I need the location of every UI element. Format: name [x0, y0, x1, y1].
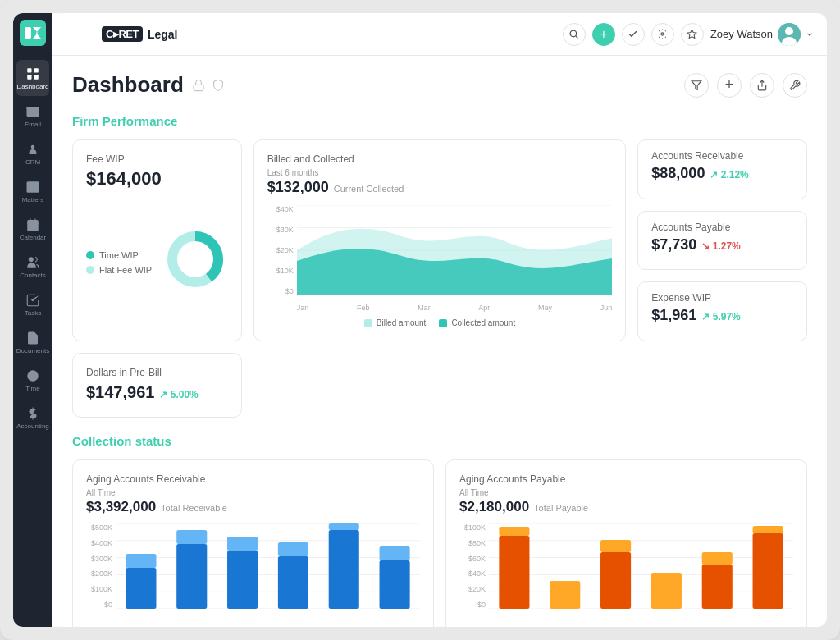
collected-legend-dot	[439, 319, 447, 327]
svg-rect-57	[499, 536, 529, 609]
time-wip-dot	[86, 251, 94, 259]
fee-wip-card: Fee WIP $164,000 Time WIP Flat Fee	[72, 139, 242, 341]
sidebar-item-contacts-label: Contacts	[20, 272, 46, 279]
svg-point-21	[785, 27, 793, 35]
svg-rect-62	[651, 573, 682, 609]
check-button[interactable]	[622, 23, 645, 46]
aging-payable-card: Aging Accounts Payable All Time $2,180,0…	[445, 459, 807, 627]
star-button[interactable]	[681, 23, 704, 46]
svg-rect-6	[27, 181, 39, 193]
filter-button[interactable]	[684, 73, 709, 98]
svg-rect-44	[227, 537, 258, 551]
svg-rect-50	[380, 546, 410, 560]
ap-title: Accounts Payable	[651, 222, 793, 233]
sidebar-item-documents-label: Documents	[16, 347, 49, 354]
billed-collected-title: Billed and Collected	[267, 153, 613, 165]
svg-rect-47	[329, 530, 359, 609]
sidebar-item-tasks-label: Tasks	[25, 309, 41, 317]
svg-rect-42	[176, 530, 207, 544]
svg-rect-41	[176, 544, 207, 609]
current-collected-label: Current Collected	[334, 184, 404, 194]
svg-rect-0	[25, 27, 31, 39]
sidebar-item-time[interactable]: Time	[16, 362, 49, 398]
svg-rect-4	[34, 75, 39, 79]
app-logo[interactable]	[20, 20, 46, 46]
topbar-logo: C▸RET Legal	[102, 26, 177, 42]
lock-icon	[192, 79, 205, 92]
add-widget-button[interactable]: +	[717, 73, 742, 98]
ap-value: $7,730	[651, 236, 696, 254]
svg-line-17	[576, 36, 578, 38]
svg-point-16	[571, 30, 578, 37]
settings-button[interactable]	[651, 23, 674, 46]
ew-title: Expense WIP	[651, 292, 793, 304]
firm-performance-title: Firm Performance	[72, 114, 807, 128]
ar-value: $88,000	[651, 165, 705, 182]
sidebar-item-calendar[interactable]: Calendar	[16, 211, 49, 247]
shield-icon	[212, 79, 225, 92]
current-collected-value: $132,000	[267, 179, 329, 196]
svg-rect-1	[27, 68, 31, 72]
fee-wip-value: $164,000	[86, 168, 228, 190]
search-button[interactable]	[563, 23, 586, 46]
svg-rect-63	[702, 565, 733, 609]
pb-title: Dollars in Pre-Bill	[86, 367, 228, 378]
aging-ap-title: Aging Accounts Payable	[459, 473, 793, 485]
sidebar-item-matters[interactable]: Matters	[16, 173, 49, 209]
svg-rect-43	[227, 551, 258, 609]
pb-change: ↗ 5.00%	[159, 389, 198, 400]
dashboard-header: Dashboard +	[72, 72, 807, 98]
collection-status-cards: Aging Accounts Receivable All Time $3,39…	[72, 459, 807, 627]
sidebar-item-tasks[interactable]: Tasks	[16, 286, 49, 322]
svg-rect-48	[329, 523, 359, 530]
svg-rect-40	[126, 554, 156, 568]
main-wrapper: C▸RET Legal +	[52, 13, 827, 627]
svg-rect-64	[702, 552, 733, 565]
svg-point-13	[29, 257, 34, 262]
dashboard-title-icons	[192, 79, 225, 92]
topbar-actions: + Zoey Watson	[563, 23, 814, 46]
sidebar-item-accounting[interactable]: Accounting	[16, 400, 49, 436]
donut-chart	[162, 226, 228, 292]
svg-rect-2	[34, 68, 39, 72]
aging-ap-subtitle: All Time	[459, 488, 793, 497]
pre-bill-card: Dollars in Pre-Bill $147,961 ↗ 5.00%	[72, 353, 242, 418]
user-avatar	[778, 23, 801, 46]
svg-rect-46	[278, 542, 308, 556]
wrench-button[interactable]	[783, 73, 807, 98]
sidebar-item-matters-label: Matters	[22, 196, 44, 203]
svg-rect-49	[380, 560, 410, 609]
user-name: Zoey Watson	[710, 28, 773, 40]
svg-marker-24	[692, 80, 701, 89]
aging-ar-chart: $500K $400K $300K $200K $100K $0	[86, 523, 420, 622]
ar-change: ↗ 2.12%	[710, 169, 748, 181]
svg-point-5	[31, 144, 35, 149]
add-button[interactable]: +	[592, 23, 615, 46]
ew-value: $1,961	[651, 307, 696, 324]
share-button[interactable]	[750, 73, 774, 98]
sidebar-item-contacts[interactable]: Contacts	[16, 249, 49, 285]
legend-collected: Collected amount	[439, 318, 515, 327]
sidebar-item-documents[interactable]: Documents	[16, 324, 49, 360]
ar-title: Accounts Receivable	[651, 150, 793, 162]
pre-bill-row: Dollars in Pre-Bill $147,961 ↗ 5.00%	[72, 353, 807, 418]
fee-wip-title: Fee WIP	[86, 153, 228, 165]
svg-marker-19	[687, 30, 696, 38]
billed-legend-dot	[364, 319, 372, 327]
legend-item-flat-fee: Flat Fee WIP	[86, 265, 152, 275]
sidebar-item-email[interactable]: Email	[16, 98, 49, 134]
sidebar-item-crm-label: CRM	[25, 158, 40, 166]
sidebar-item-dashboard[interactable]: Dashboard	[16, 60, 49, 96]
sidebar-item-crm[interactable]: CRM	[16, 135, 49, 171]
dashboard-title-row: Dashboard	[72, 72, 225, 98]
fee-wip-content: Time WIP Flat Fee WIP	[86, 191, 228, 327]
sidebar-item-calendar-label: Calendar	[20, 234, 46, 241]
time-wip-label: Time WIP	[99, 250, 139, 260]
svg-rect-45	[278, 556, 308, 609]
billed-collected-card: Billed and Collected Last 6 months $132,…	[253, 139, 627, 341]
user-menu[interactable]: Zoey Watson	[710, 23, 814, 46]
fee-wip-legend: Time WIP Flat Fee WIP	[86, 250, 152, 275]
chart-legend: Billed amount Collected amount	[267, 318, 613, 327]
aging-ar-value: $3,392,000	[86, 499, 156, 515]
aging-ar-title: Aging Accounts Receivable	[86, 473, 420, 485]
